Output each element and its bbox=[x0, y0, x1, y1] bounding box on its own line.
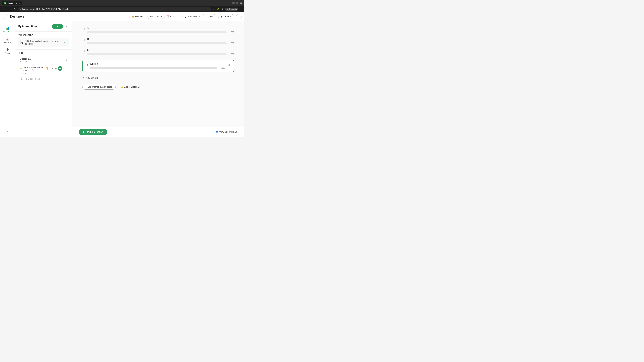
option-bar-bg-c bbox=[87, 53, 227, 55]
leaderboard-icon: 🏅 bbox=[20, 77, 23, 80]
new-tab-btn[interactable]: + bbox=[23, 1, 27, 4]
panel-title: My interactions bbox=[18, 25, 50, 28]
option-percent-c: 0% bbox=[229, 53, 234, 56]
option-row-4[interactable]: ⊙ Option 4 0% 🗑 bbox=[82, 60, 234, 72]
option-label-c: C bbox=[87, 49, 234, 52]
download-icon[interactable]: ⬇ bbox=[221, 8, 223, 10]
top-bar: ← Designers 🏆 Upgrade New interface 📅 Oc… bbox=[0, 12, 244, 21]
settings-label: Settings bbox=[4, 52, 10, 54]
votes-display: 0 votes bbox=[50, 67, 57, 69]
qa-add-button[interactable]: Add bbox=[64, 41, 67, 44]
tab-close-btn[interactable]: ✕ bbox=[18, 2, 20, 4]
option-bar-bg-4 bbox=[90, 67, 217, 69]
option-bar-bg-b bbox=[87, 42, 227, 44]
interactions-label: Interactions bbox=[3, 31, 12, 32]
polls-section: Polls Question A 1 question ∧ ⚠ bbox=[15, 50, 72, 137]
extensions-icon[interactable]: 🧩 bbox=[217, 8, 220, 10]
option-label-b: B bbox=[87, 37, 234, 40]
info-icon[interactable]: ℹ bbox=[185, 15, 186, 18]
app-title: Designers bbox=[10, 15, 127, 18]
check-icon-a: ⊙ bbox=[82, 27, 85, 31]
analytics-icon: 📈 bbox=[5, 37, 10, 41]
polls-title: Polls bbox=[18, 52, 69, 54]
play-button-small[interactable]: ▶ bbox=[58, 66, 62, 71]
option-percent-4: 0% bbox=[219, 67, 225, 69]
incognito-icon: 🕵 bbox=[226, 8, 228, 10]
question-count: 1 question bbox=[20, 60, 31, 62]
share-button[interactable]: ↗ Share bbox=[202, 14, 216, 19]
settings-icon: ⚙ bbox=[6, 47, 9, 51]
present-button[interactable]: ▶ Present bbox=[218, 14, 234, 19]
add-leaderboard-button[interactable]: 🏅 Add leaderboard bbox=[118, 84, 144, 89]
question-name: Question A bbox=[20, 58, 31, 60]
sidebar-item-interactions[interactable]: 📊 Interactions bbox=[2, 24, 14, 34]
present-icon: ▶ bbox=[221, 15, 223, 18]
qa-description: Add Q&A to collect questions from your a… bbox=[25, 40, 62, 45]
back-nav-btn[interactable]: ← bbox=[2, 7, 6, 11]
option-percent-b: 0% bbox=[229, 42, 234, 44]
icon-sidebar: 📊 Interactions 📈 Analytics ⚙ Settings ? bbox=[0, 21, 15, 137]
menu-icon[interactable]: ⋮ bbox=[240, 8, 242, 10]
view-participant-icon: 👤 bbox=[216, 131, 218, 133]
upgrade-button[interactable]: 🏆 Upgrade bbox=[129, 14, 146, 19]
upgrade-icon: 🏆 bbox=[132, 15, 134, 18]
hash-icon: # bbox=[188, 15, 189, 18]
back-button[interactable]: ← bbox=[3, 14, 8, 19]
option-percent-a: 0% bbox=[229, 31, 234, 33]
check-icon-4: ⊙ bbox=[85, 63, 88, 67]
active-tab[interactable]: S Designers ✕ bbox=[2, 1, 22, 5]
panel-header: My interactions + Add « bbox=[15, 21, 72, 31]
analytics-label: Analytics bbox=[4, 41, 11, 43]
add-option-row[interactable]: + Add option bbox=[82, 76, 234, 79]
quiz-content: ⊙ A 0% ⊙ B bbox=[72, 21, 244, 127]
forward-nav-btn[interactable]: → bbox=[8, 7, 11, 11]
new-interface-button[interactable]: New interface bbox=[148, 14, 165, 19]
add-interaction-button[interactable]: + Add bbox=[52, 24, 63, 29]
bottom-actions: + Add another quiz question 🏅 Add leader… bbox=[82, 84, 234, 90]
qa-section: Audience Q&A 💬 Add Q&A to collect questi… bbox=[15, 31, 72, 50]
help-button[interactable]: ? bbox=[5, 129, 10, 134]
alert-icon: ⚠ bbox=[20, 66, 22, 69]
option-row-c: ⊙ C 0% bbox=[82, 49, 234, 56]
chat-icon: 💬 bbox=[20, 41, 24, 44]
check-icon-b: ⊙ bbox=[82, 38, 85, 42]
question-votes: 0 votes bbox=[24, 72, 44, 74]
help-icon: ? bbox=[7, 130, 8, 133]
refresh-btn[interactable]: ↻ bbox=[13, 7, 16, 11]
option-row-b: ⊙ B 0% bbox=[82, 37, 234, 44]
bookmark-icon[interactable]: ☆ bbox=[213, 8, 215, 10]
option-label-a: A bbox=[87, 26, 234, 29]
question-text: What is the answer in question A? bbox=[24, 66, 44, 72]
option-row-a: ⊙ A 0% bbox=[82, 26, 234, 33]
add-quiz-question-button[interactable]: + Add another quiz question bbox=[82, 84, 116, 90]
sidebar-item-settings[interactable]: ⚙ Settings bbox=[2, 45, 14, 56]
date-display: 📅 Oct 11, 2024 bbox=[167, 15, 183, 18]
footer-bar: ▶ Start interaction 👤 View as participan… bbox=[72, 127, 244, 137]
leaderboard-add-icon: 🏅 bbox=[121, 86, 124, 88]
quiz-area: ⊙ A 0% ⊙ B bbox=[72, 21, 244, 137]
leaderboard-label: Final leaderboard bbox=[25, 78, 40, 80]
question-item-actions: 🏆 0 votes ▶ ⋮ bbox=[46, 66, 67, 71]
question-item: ⚠ What is the answer in question A? 0 vo… bbox=[18, 64, 69, 76]
question-header[interactable]: Question A 1 question ∧ bbox=[18, 56, 69, 64]
maximize-btn[interactable]: □ bbox=[236, 2, 238, 4]
close-btn[interactable]: ✕ bbox=[240, 2, 242, 4]
view-participant-button[interactable]: 👤 View as participant bbox=[216, 131, 238, 133]
item-more-button[interactable]: ⋮ bbox=[64, 66, 67, 70]
add-option-plus-icon: + bbox=[83, 76, 84, 79]
start-interaction-button[interactable]: ▶ Start interaction bbox=[79, 129, 107, 135]
interactions-panel: My interactions + Add « Audience Q&A 💬 A… bbox=[15, 21, 72, 137]
more-options-button[interactable]: ⋯ bbox=[236, 14, 242, 19]
url-bar[interactable]: admin.sli.do/event/8Goq3eqYCVaD6c1SPMVoE… bbox=[18, 7, 211, 11]
option-label-4: Option 4 bbox=[90, 62, 225, 65]
minimize-btn[interactable]: ─ bbox=[232, 2, 235, 4]
incognito-badge: 🕵 Incognito bbox=[225, 8, 238, 10]
interactions-icon: 📊 bbox=[5, 26, 10, 30]
delete-option-button[interactable]: 🗑 bbox=[227, 62, 231, 67]
tab-label: Designers bbox=[8, 2, 17, 4]
chevron-up-icon: ∧ bbox=[66, 59, 67, 61]
collapse-panel-button[interactable]: « bbox=[64, 24, 69, 29]
trophy-icon: 🏆 bbox=[46, 67, 49, 70]
add-option-button[interactable]: Add option bbox=[86, 76, 98, 79]
sidebar-item-analytics[interactable]: 📈 Analytics bbox=[2, 35, 14, 45]
